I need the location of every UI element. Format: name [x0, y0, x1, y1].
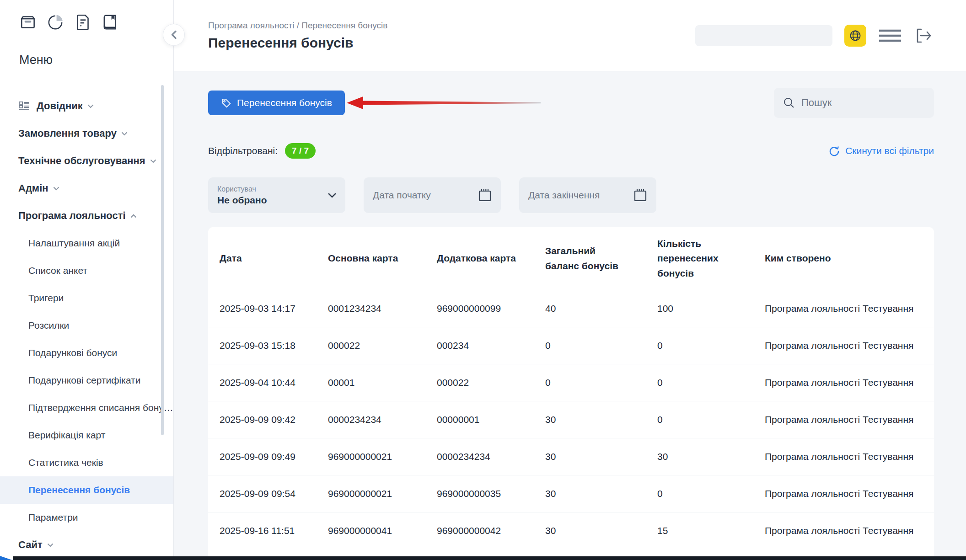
search-icon [783, 97, 795, 109]
sidebar-item-dovidnyk[interactable]: Довідник [0, 92, 173, 120]
filtered-row: Відфільтровані: 7 / 7 Скинути всі фільтр… [208, 143, 934, 159]
cell-additional-card: 0000234234 [437, 451, 545, 462]
window-bottom-edge [13, 556, 966, 560]
reset-all-filters-label: Скинути всі фільтри [845, 145, 934, 156]
sidebar-subitem-pidtverdzhennia[interactable]: Підтвердження списання бону… [0, 394, 173, 421]
breadcrumb[interactable]: Програма лояльності / Перенесення бонусі… [208, 21, 387, 31]
cell-main-card: 00001 [328, 377, 437, 388]
sidebar-subitem-podarunkovi-bonusy[interactable]: Подарункові бонуси [0, 339, 173, 367]
book-icon[interactable] [100, 12, 121, 33]
sidebar-item-site[interactable]: Сайт [0, 531, 54, 559]
cell-transferred-count: 0 [657, 340, 765, 351]
list-details-icon [18, 101, 30, 111]
filtered-count-badge: 7 / 7 [285, 143, 316, 159]
filters-row: Користувач Не обрано Дата початку Дата з… [208, 177, 934, 213]
archive-icon[interactable] [17, 12, 38, 33]
cell-main-card: 000022 [328, 340, 437, 351]
collapse-sidebar-icon [171, 30, 177, 39]
user-filter-label: Користувач [217, 185, 267, 193]
date-end-input[interactable]: Дата закінчення [519, 177, 656, 213]
header-titles: Програма лояльності / Перенесення бонусі… [174, 21, 387, 51]
logout-icon [914, 26, 933, 45]
search-box[interactable] [774, 88, 934, 118]
cell-created-by: Програма лояльності Тестування [765, 414, 934, 425]
sidebar-item-label: Адмін [18, 182, 48, 194]
toolbar-row: Перенесення бонусів [208, 88, 934, 118]
cell-created-by: Програма лояльності Тестування [765, 340, 934, 351]
cell-transferred-count: 30 [657, 451, 765, 462]
cell-total-balance: 0 [545, 340, 657, 351]
sidebar-subitem-tryhery[interactable]: Тригери [0, 284, 173, 312]
reset-all-filters-link[interactable]: Скинути всі фільтри [829, 145, 934, 156]
sidebar-subitem-aktsii[interactable]: Налаштування акцій [0, 229, 173, 257]
sidebar-item-loyalty[interactable]: Програма лояльності [0, 202, 173, 229]
hamburger-menu-button[interactable] [878, 28, 902, 43]
table-row[interactable]: 2025-09-03 14:17 0001234234 969000000099… [208, 290, 934, 327]
calendar-icon [478, 188, 492, 203]
sidebar-item-zamovlennia[interactable]: Замовлення товару [0, 120, 173, 147]
calendar-icon [633, 188, 647, 203]
bonus-transfer-table: Дата Основна карта Додаткова карта Загал… [208, 227, 934, 560]
cell-total-balance: 40 [545, 303, 657, 314]
table-header-row: Дата Основна карта Додаткова карта Загал… [208, 227, 934, 290]
cell-total-balance: 30 [545, 488, 657, 499]
cell-transferred-count: 0 [657, 488, 765, 499]
sidebar-item-admin[interactable]: Адмін [0, 175, 173, 202]
table-row[interactable]: 2025-09-09 09:49 969000000021 0000234234… [208, 438, 934, 475]
cell-date: 2025-09-03 15:18 [220, 340, 328, 351]
table-row[interactable]: 2025-09-04 10:44 00001 000022 0 0 Програ… [208, 364, 934, 401]
cell-created-by: Програма лояльності Тестування [765, 451, 934, 462]
table-body: 2025-09-03 14:17 0001234234 969000000099… [208, 290, 934, 549]
table-row[interactable]: 2025-09-16 11:51 969000000041 9690000000… [208, 512, 934, 549]
sidebar-subitem-rozsylky[interactable]: Розсилки [0, 312, 173, 339]
hamburger-icon [878, 28, 902, 43]
globe-icon [849, 29, 862, 42]
user-account-placeholder[interactable] [695, 25, 832, 46]
cell-transferred-count: 15 [657, 525, 765, 536]
table-row[interactable]: 2025-09-09 09:54 969000000021 9690000000… [208, 475, 934, 512]
sidebar-quick-icons [0, 0, 173, 33]
cell-additional-card: 000022 [437, 377, 545, 388]
table-row[interactable]: 2025-09-03 15:18 000022 000234 0 0 Прогр… [208, 327, 934, 364]
cell-date: 2025-09-04 10:44 [220, 377, 328, 388]
user-filter-dropdown[interactable]: Користувач Не обрано [208, 177, 345, 213]
sidebar-subitem-veryfikatsiia[interactable]: Верифікація карт [0, 421, 173, 449]
cell-created-by: Програма лояльності Тестування [765, 525, 934, 536]
cell-date: 2025-09-03 14:17 [220, 303, 328, 314]
window-bottom-edge-accent [0, 556, 12, 560]
sidebar-scrollbar[interactable] [161, 85, 164, 435]
chevron-down-icon [53, 187, 59, 191]
sidebar-item-label: Технічне обслуговування [18, 155, 145, 167]
sidebar-item-label: Довідник [37, 100, 83, 112]
search-input[interactable] [801, 97, 933, 109]
pie-chart-icon[interactable] [45, 12, 66, 33]
chevron-up-icon [130, 214, 137, 218]
sidebar-subitem-statystyka[interactable]: Статистика чеків [0, 449, 173, 476]
chevron-down-icon [87, 104, 94, 108]
cell-transferred-count: 0 [657, 414, 765, 425]
table-row[interactable]: 2025-09-09 09:42 0000234234 00000001 30 … [208, 401, 934, 438]
column-header-additional-card: Додаткова карта [437, 251, 545, 266]
language-button[interactable] [844, 25, 866, 47]
cell-date: 2025-09-16 11:51 [220, 525, 328, 536]
cell-date: 2025-09-09 09:42 [220, 414, 328, 425]
sidebar-loyalty-submenu: Налаштування акцій Список анкет Тригери … [0, 229, 173, 531]
cell-total-balance: 30 [545, 525, 657, 536]
sidebar-subitem-sertyfikaty[interactable]: Подарункові сертифікати [0, 367, 173, 394]
sidebar-subitem-parametry[interactable]: Параметри [0, 504, 173, 531]
transfer-bonuses-button[interactable]: Перенесення бонусів [208, 91, 345, 115]
cell-main-card: 0000234234 [328, 414, 437, 425]
cell-additional-card: 969000000042 [437, 525, 545, 536]
transfer-bonuses-label: Перенесення бонусів [237, 97, 332, 108]
sidebar-nav: Довідник Замовлення товару Технічне обсл… [0, 92, 173, 229]
sidebar-subitem-ankety[interactable]: Список анкет [0, 257, 173, 284]
file-text-icon[interactable] [72, 12, 93, 33]
date-start-input[interactable]: Дата початку [364, 177, 501, 213]
column-header-total-balance: Загальний баланс бонусів [545, 244, 625, 273]
sidebar-item-tekhnichne[interactable]: Технічне обслуговування [0, 147, 173, 175]
column-header-date: Дата [220, 251, 328, 266]
collapse-sidebar-button[interactable] [163, 24, 185, 46]
cell-total-balance: 0 [545, 377, 657, 388]
logout-button[interactable] [914, 26, 933, 45]
sidebar-subitem-perenesennia-active[interactable]: Перенесення бонусів [0, 476, 173, 504]
